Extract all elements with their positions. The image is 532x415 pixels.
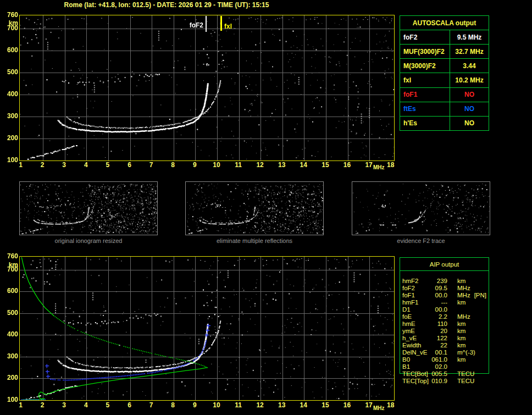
panel-caption-evidence: evidence F2 trace: [352, 237, 490, 244]
aip-row-note: [465, 342, 469, 349]
autoscala-row: M(3000)F23.44: [400, 59, 489, 73]
aip-row-value: 010.9: [430, 378, 447, 385]
x-axis-tick: 12: [253, 402, 267, 409]
y-axis-tick: 500: [1, 69, 18, 75]
autoscala-row: MUF(3000)F232.7 MHz: [400, 45, 489, 59]
x-axis-tick: 13: [275, 162, 289, 169]
aip-row: hmF1---km: [400, 299, 489, 306]
autoscala-row-value: NO: [450, 88, 489, 102]
autoscala-row-label: h'Es: [400, 117, 450, 130]
y-axis-tick: 200: [1, 135, 18, 141]
autoscala-row: foF1NO: [400, 88, 489, 102]
aip-row-unit: km: [447, 328, 465, 335]
panel-evidence-f2: [352, 181, 490, 235]
foF2-marker-line: [206, 16, 207, 32]
y-axis-tick: 200: [1, 374, 18, 381]
x-axis-tick: 4: [79, 402, 92, 409]
aip-row-unit: TECU: [447, 378, 474, 385]
foF2-marker-label: foF2: [182, 21, 203, 29]
x-axis-tick: 18: [384, 162, 397, 169]
x-axis-tick: 8: [167, 162, 180, 169]
aip-row: ymE20km: [400, 328, 489, 335]
ionogram-top-canvas: [20, 15, 394, 161]
autoscala-row-value: 32.7 MHz: [450, 45, 489, 58]
y-axis-tick: 600: [1, 47, 18, 53]
aip-row-label: hmF2: [400, 278, 430, 285]
aip-row-label: foE: [400, 313, 430, 320]
aip-row: DelN_vE00.1m^(-3): [400, 349, 489, 356]
aip-row: foE2.2MHz: [400, 313, 489, 320]
aip-row-unit: MHz: [447, 313, 470, 320]
aip-row-label: DelN_vE: [400, 349, 430, 356]
aip-row-label: B0: [400, 356, 430, 363]
aip-row-note: [465, 328, 469, 335]
autoscala-row-value: NO: [450, 117, 489, 130]
x-axis-tick: 10: [210, 162, 223, 169]
aip-row-unit: km: [447, 342, 465, 349]
x-axis-tick: 5: [101, 162, 114, 169]
aip-row-label: TEC[Bot]: [400, 370, 430, 378]
aip-row-note: [465, 320, 469, 328]
x-axis-tick: 9: [188, 402, 201, 409]
panel-caption-eliminate: eliminate multiple reflections: [185, 237, 324, 244]
aip-row-value: 110: [430, 320, 447, 328]
y-axis-tick: 300: [1, 113, 18, 119]
y-axis-tick: 400: [1, 91, 18, 97]
aip-row-note: [PN]: [470, 292, 486, 299]
aip-row: D100.0: [400, 306, 489, 313]
aip-row-value: 22: [430, 342, 447, 349]
autoscala-row-label: MUF(3000)F2: [400, 45, 450, 58]
autoscala-row: ftEsNO: [400, 102, 489, 117]
aip-row-value: 2.2: [430, 313, 447, 320]
aip-row-label: foF2: [400, 285, 430, 292]
panel-caption-original: original ionogram resized: [19, 237, 158, 244]
aip-row-unit: km: [447, 356, 465, 363]
panel-original-ionogram: [19, 181, 158, 235]
autoscala-row-value: NO: [450, 102, 489, 116]
ionogram-bottom-canvas: [20, 257, 394, 400]
aip-row-value: 00.0: [430, 292, 447, 299]
aip-row-value: 02.0: [430, 363, 447, 370]
ionogram-bottom-plot: [19, 256, 395, 401]
aip-row: h_vE122km: [400, 335, 489, 342]
x-axis-tick: 3: [58, 162, 71, 169]
autoscala-row-value: 9.5 MHz: [450, 30, 489, 44]
aip-row-value: ---: [430, 299, 447, 306]
aip-row-label: D1: [400, 306, 430, 313]
panel-eliminate-canvas: [186, 182, 323, 235]
x-axis-tick: 2: [36, 162, 49, 169]
aip-row-unit: [447, 306, 457, 313]
autoscala-row-value: 3.44: [450, 59, 489, 73]
aip-output-table: AIP output hmF2239kmfoF209.5MHzfoF100.0M…: [400, 257, 489, 374]
x-axis-tick: 14: [297, 402, 310, 409]
aip-row-value: 20: [430, 328, 447, 335]
aip-row-value: 09.5: [430, 285, 447, 292]
x-axis-tick: 17: [362, 402, 375, 409]
y-axis-tick: 100: [1, 396, 18, 403]
x-axis-tick: 15: [319, 402, 332, 409]
x-axis-tick: 11: [232, 162, 245, 169]
x-axis-tick: 6: [123, 402, 136, 409]
aip-row: foF100.0MHz[PN]: [400, 292, 489, 299]
page-title: Rome (lat: +41.8, lon: 012.5) - DATE: 20…: [0, 1, 333, 9]
aip-row-label: Ewidth: [400, 342, 430, 349]
x-axis-tick: 2: [36, 402, 49, 409]
autoscala-table-rows: foF29.5 MHzMUF(3000)F232.7 MHzM(3000)F23…: [400, 30, 489, 130]
autoscala-output-table: AUTOSCALA output foF29.5 MHzMUF(3000)F23…: [400, 15, 489, 131]
y-axis-tick: 100: [1, 157, 18, 163]
y-axis-tick: 700: [1, 25, 18, 31]
x-axis-tick: 6: [123, 162, 136, 169]
autoscala-row-label: fxI: [400, 73, 450, 87]
aip-row-note: [465, 278, 469, 285]
x-axis-tick: 14: [297, 162, 310, 169]
x-axis-tick: 4: [79, 162, 92, 169]
aip-row-note: [475, 349, 479, 356]
aip-row-unit: TECU: [447, 370, 474, 378]
aip-row-unit: km: [447, 320, 465, 328]
aip-row: hmF2239km: [400, 278, 489, 285]
aip-row-label: TEC[Top]: [400, 378, 430, 385]
y-axis-tick: 400: [1, 331, 18, 337]
aip-row-unit: MHz: [447, 292, 470, 299]
aip-row-note: [465, 356, 469, 363]
aip-row-label: foF1: [400, 292, 430, 299]
